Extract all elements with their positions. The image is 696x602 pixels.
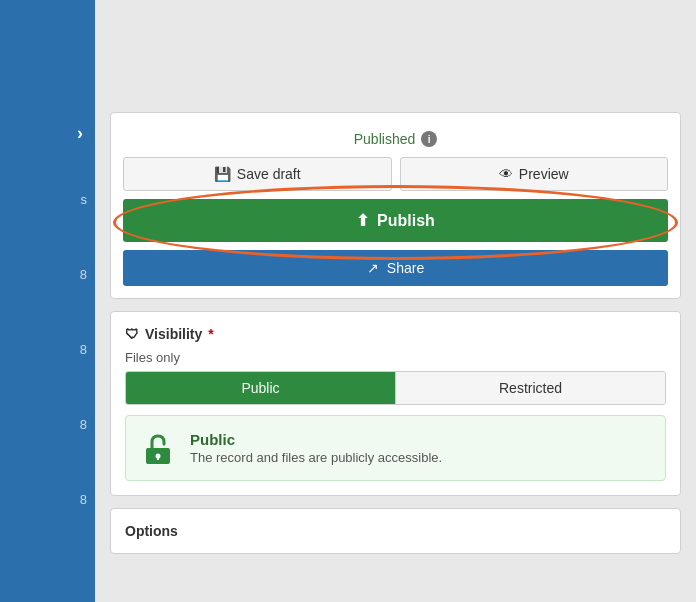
save-icon	[214, 166, 231, 182]
visibility-title-row: Visibility *	[125, 326, 666, 342]
visibility-card: Visibility * Files only Public Restricte…	[110, 311, 681, 496]
info-icon[interactable]: i	[421, 131, 437, 147]
sidebar: › s 8 8 8 8	[0, 0, 95, 602]
public-description: The record and files are publicly access…	[190, 450, 442, 465]
save-draft-button[interactable]: Save draft	[123, 157, 392, 191]
public-title: Public	[190, 431, 442, 448]
share-button[interactable]: Share	[123, 250, 668, 286]
svg-rect-2	[157, 456, 159, 460]
publish-button[interactable]: Publish	[123, 199, 668, 242]
shield-icon	[125, 326, 139, 342]
toggle-restricted-button[interactable]: Restricted	[395, 372, 665, 404]
sidebar-labels: s 8 8 8 8	[80, 192, 95, 507]
sidebar-label-5: 8	[80, 492, 87, 507]
preview-button[interactable]: Preview	[400, 157, 669, 191]
save-draft-label: Save draft	[237, 166, 301, 182]
top-spacer	[110, 10, 681, 100]
sidebar-label-2: 8	[80, 267, 87, 282]
open-lock-icon	[138, 428, 178, 468]
publish-card: Published i Save draft Preview	[110, 112, 681, 299]
visibility-toggle-group: Public Restricted	[125, 371, 666, 405]
eye-icon	[499, 166, 513, 182]
upload-icon	[356, 211, 369, 230]
sidebar-label-1: s	[80, 192, 87, 207]
sidebar-toggle-button[interactable]: ›	[65, 115, 95, 152]
share-icon	[367, 260, 379, 276]
options-section: Options	[110, 508, 681, 554]
action-row: Save draft Preview	[123, 157, 668, 191]
chevron-right-icon: ›	[77, 123, 83, 144]
published-label: Published	[354, 131, 416, 147]
preview-label: Preview	[519, 166, 569, 182]
required-star: *	[208, 326, 213, 342]
toggle-public-button[interactable]: Public	[126, 372, 395, 404]
public-info-box: Public The record and files are publicly…	[125, 415, 666, 481]
main-content: Published i Save draft Preview	[95, 0, 696, 602]
published-status-bar: Published i	[123, 125, 668, 157]
publish-label: Publish	[377, 212, 435, 230]
share-label: Share	[387, 260, 424, 276]
files-only-label: Files only	[125, 350, 666, 365]
publish-wrapper: Publish	[123, 199, 668, 242]
visibility-title-text: Visibility	[145, 326, 202, 342]
sidebar-label-3: 8	[80, 342, 87, 357]
public-info-text: Public The record and files are publicly…	[190, 431, 442, 465]
options-title: Options	[125, 523, 178, 539]
sidebar-label-4: 8	[80, 417, 87, 432]
